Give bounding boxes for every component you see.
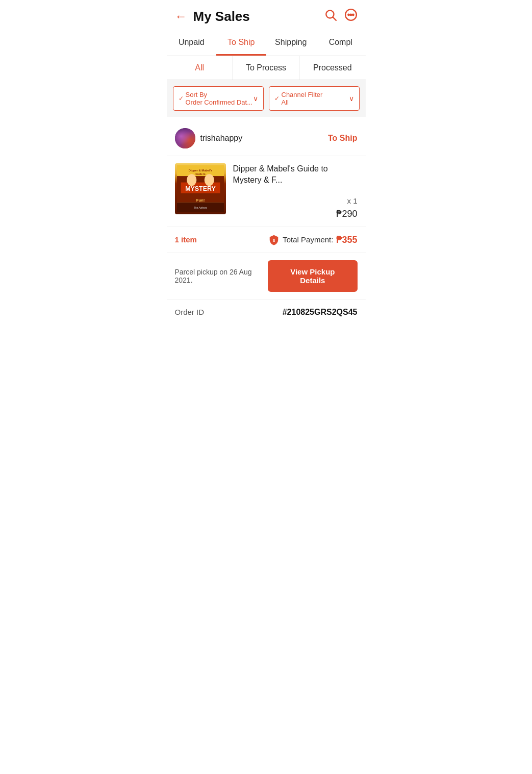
sort-by-dropdown[interactable]: ✓ Sort By Order Confirmed Dat... ∨ (173, 86, 264, 111)
header-left: ← My Sales (175, 9, 250, 24)
tab-completed[interactable]: Compl (316, 31, 366, 56)
item-price: ₱290 (233, 208, 358, 219)
channel-filter-label: Channel Filter (282, 91, 349, 98)
order-id-label: Order ID (175, 308, 205, 316)
order-id-row: Order ID #210825GRS2QS45 (167, 299, 366, 325)
sort-by-value: Order Confirmed Dat... (186, 98, 253, 106)
search-icon[interactable] (324, 8, 337, 24)
header-right (324, 8, 358, 24)
item-name: Dipper & Mabel's Guide to Mystery & F... (233, 163, 358, 186)
total-label: Total Payment: (283, 235, 333, 244)
item-image: Dipper & Mabel's Guide to MYSTERY Fun! T… (175, 163, 226, 214)
page-title: My Sales (193, 9, 250, 24)
view-pickup-details-button[interactable]: View Pickup Details (268, 260, 357, 292)
order-status-badge: To Ship (328, 134, 357, 143)
total-amount: ₱355 (336, 234, 357, 245)
tab-shipping[interactable]: Shipping (266, 31, 316, 56)
sort-by-label: Sort By (186, 91, 253, 98)
item-qty: x 1 (233, 186, 358, 205)
username: trishahappy (200, 134, 243, 143)
sub-tabs: All To Process Processed (167, 56, 366, 80)
back-icon[interactable]: ← (175, 9, 187, 23)
order-card: trishahappy To Ship (167, 121, 366, 325)
channel-filter-value: All (282, 98, 349, 106)
main-tabs: Unpaid To Ship Shipping Compl (167, 31, 366, 56)
header: ← My Sales (167, 0, 366, 31)
svg-point-15 (204, 174, 214, 186)
svg-point-3 (348, 14, 349, 16)
tab-to-ship[interactable]: To Ship (216, 31, 266, 56)
sort-check-icon: ✓ (179, 95, 184, 102)
channel-check-icon: ✓ (274, 95, 280, 102)
channel-filter-chevron-icon: ∨ (349, 94, 354, 103)
svg-text:S: S (273, 238, 275, 242)
channel-filter-content: Channel Filter All (282, 91, 349, 106)
svg-point-5 (352, 14, 354, 16)
pickup-info: Parcel pickup on 26 Aug 2021. (175, 268, 268, 284)
order-header: trishahappy To Ship (167, 121, 366, 156)
order-item: Dipper & Mabel's Guide to MYSTERY Fun! T… (167, 156, 366, 227)
svg-text:The Authors: The Authors (194, 207, 207, 209)
sort-by-chevron-icon: ∨ (253, 94, 258, 103)
svg-line-1 (333, 17, 336, 20)
order-summary: 1 item S Total Payment: ₱355 (167, 227, 366, 253)
svg-point-14 (187, 174, 196, 186)
sort-by-content: Sort By Order Confirmed Dat... (186, 91, 253, 106)
tab-unpaid[interactable]: Unpaid (167, 31, 217, 56)
channel-filter-dropdown[interactable]: ✓ Channel Filter All ∨ (269, 86, 360, 111)
svg-point-4 (350, 14, 351, 16)
svg-text:Guide to: Guide to (195, 173, 205, 176)
item-details: Dipper & Mabel's Guide to Mystery & F...… (233, 163, 358, 219)
svg-text:Fun!: Fun! (196, 198, 205, 203)
order-user: trishahappy (175, 128, 243, 148)
sub-tab-processed[interactable]: Processed (299, 56, 365, 80)
filters-row: ✓ Sort By Order Confirmed Dat... ∨ ✓ Cha… (167, 80, 366, 117)
item-count: 1 item (175, 235, 197, 244)
svg-text:MYSTERY: MYSTERY (185, 185, 216, 192)
svg-text:Dipper & Mabel's: Dipper & Mabel's (188, 169, 212, 172)
order-id-value: #210825GRS2QS45 (283, 308, 358, 317)
book-cover-content: Dipper & Mabel's Guide to MYSTERY Fun! T… (175, 163, 226, 214)
book-cover: Dipper & Mabel's Guide to MYSTERY Fun! T… (175, 163, 226, 214)
sub-tab-to-process[interactable]: To Process (233, 56, 299, 80)
shield-icon: S (268, 234, 280, 245)
order-actions: Parcel pickup on 26 Aug 2021. View Picku… (167, 253, 366, 299)
avatar (175, 128, 195, 148)
total-payment: S Total Payment: ₱355 (268, 234, 357, 245)
item-count-label: item (181, 235, 197, 244)
avatar-inner (175, 128, 195, 148)
chat-icon[interactable] (344, 8, 358, 24)
sub-tab-all[interactable]: All (167, 56, 233, 80)
